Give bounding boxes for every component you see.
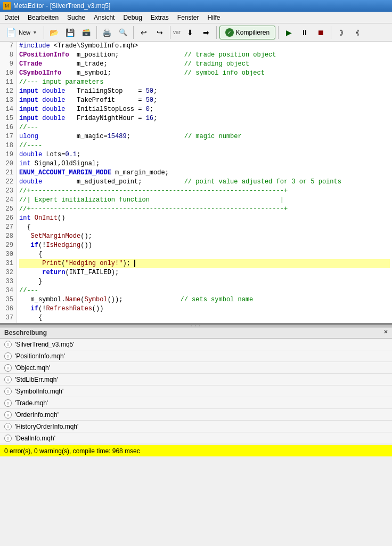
code-line-32: return(INIT_FAILED); bbox=[19, 268, 390, 277]
desc-text-1: 'SilverTrend_v3.mq5' bbox=[15, 341, 75, 348]
code-line-9: CTrade m_trade; // trading object bbox=[19, 60, 390, 69]
desc-text-9: 'DealInfo.mqh' bbox=[15, 435, 55, 442]
stop-button[interactable]: ⏹ bbox=[313, 25, 328, 40]
code-line-33: } bbox=[19, 277, 390, 286]
status-text: 0 error(s), 0 warning(s), compile time: … bbox=[4, 447, 140, 455]
desc-row-9[interactable]: ○ 'DealInfo.mqh' bbox=[0, 432, 392, 444]
desc-text-5: 'SymbolInfo.mqh' bbox=[15, 388, 63, 395]
desc-text-8: 'HistoryOrderInfo.mqh' bbox=[15, 423, 78, 430]
code-line-15: input double FridayNightHour = 16; bbox=[19, 114, 390, 123]
find-icon: 🔍 bbox=[119, 28, 127, 36]
desc-icon-7: ○ bbox=[4, 411, 12, 419]
step-over-button[interactable]: ➡ bbox=[199, 25, 214, 40]
code-line-10: CSymbolInfo m_symbol; // symbol info obj… bbox=[19, 69, 390, 78]
sep-5 bbox=[216, 26, 217, 39]
bottom-panel-header: Beschreibung ✕ bbox=[0, 327, 392, 339]
undo-button[interactable]: ↩ bbox=[136, 25, 151, 40]
menu-datei[interactable]: Datei bbox=[0, 12, 23, 23]
redo-button[interactable]: ↪ bbox=[152, 25, 167, 40]
menu-debug[interactable]: Debug bbox=[119, 12, 146, 23]
desc-row-3[interactable]: ○ 'Object.mqh' bbox=[0, 362, 392, 374]
sep-3 bbox=[133, 26, 134, 39]
debug-btn-2[interactable]: ⟪ bbox=[350, 25, 365, 40]
new-icon: 📄 bbox=[6, 27, 17, 37]
code-line-13: input double TakeProfit = 50; bbox=[19, 96, 390, 105]
menu-extras[interactable]: Extras bbox=[146, 12, 173, 23]
code-line-7: #include <Trade\SymbolInfo.mqh> bbox=[19, 42, 390, 51]
kompilieren-icon: ✓ bbox=[225, 28, 234, 37]
print-button[interactable]: 🖨️ bbox=[100, 25, 115, 40]
bottom-panel: Beschreibung ✕ ○ 'SilverTrend_v3.mq5' ○ … bbox=[0, 327, 392, 445]
code-line-26: int OnInit() bbox=[19, 214, 390, 223]
desc-icon-6: ○ bbox=[4, 399, 12, 407]
status-bar: 0 error(s), 0 warning(s), compile time: … bbox=[0, 445, 392, 456]
menu-fenster[interactable]: Fenster bbox=[173, 12, 203, 23]
sep-4 bbox=[170, 26, 170, 39]
sep-2 bbox=[96, 26, 97, 39]
find-button[interactable]: 🔍 bbox=[116, 25, 130, 40]
desc-icon-1: ○ bbox=[4, 341, 12, 348]
close-panel-button[interactable]: ✕ bbox=[383, 329, 388, 335]
window-title: MetaEditor - [SilverTrend_v3.mq5] bbox=[13, 2, 110, 10]
sep-1 bbox=[44, 26, 44, 39]
code-line-17: ulong m_magic=15489; // magic number bbox=[19, 132, 390, 141]
line-numbers: 7 8 9 10 11 12 13 14 15 16 17 18 19 20 2… bbox=[0, 42, 17, 323]
code-line-8: CPositionInfo m_position; // trade posit… bbox=[19, 51, 390, 60]
bottom-panel-title: Beschreibung bbox=[4, 329, 47, 336]
app-icon: M bbox=[3, 2, 11, 10]
desc-row-1[interactable]: ○ 'SilverTrend_v3.mq5' bbox=[0, 339, 392, 350]
save-all-button[interactable]: 🗃️ bbox=[79, 25, 94, 40]
menu-hilfe[interactable]: Hilfe bbox=[203, 12, 225, 23]
editor-area[interactable]: 7 8 9 10 11 12 13 14 15 16 17 18 19 20 2… bbox=[0, 42, 392, 324]
menu-bearbeiten[interactable]: Bearbeiten bbox=[23, 12, 63, 23]
desc-row-4[interactable]: ○ 'StdLibErr.mqh' bbox=[0, 374, 392, 386]
menu-bar: Datei Bearbeiten Suche Ansicht Debug Ext… bbox=[0, 12, 392, 23]
desc-text-6: 'Trade.mqh' bbox=[15, 399, 48, 407]
desc-icon-9: ○ bbox=[4, 435, 12, 442]
pause-button[interactable]: ⏸ bbox=[297, 25, 312, 40]
code-content[interactable]: #include <Trade\SymbolInfo.mqh> CPositio… bbox=[17, 42, 392, 323]
step-in-button[interactable]: ⬇ bbox=[183, 25, 198, 40]
desc-icon-5: ○ bbox=[4, 388, 12, 395]
desc-row-8[interactable]: ○ 'HistoryOrderInfo.mqh' bbox=[0, 421, 392, 432]
new-button[interactable]: 📄 New ▼ bbox=[2, 25, 41, 40]
code-line-16: //--- bbox=[19, 123, 390, 132]
code-line-37: { bbox=[19, 314, 390, 323]
new-dropdown-icon: ▼ bbox=[32, 30, 37, 35]
title-bar: M MetaEditor - [SilverTrend_v3.mq5] bbox=[0, 0, 392, 12]
code-line-27: { bbox=[19, 223, 390, 232]
desc-row-6[interactable]: ○ 'Trade.mqh' bbox=[0, 397, 392, 409]
desc-text-3: 'Object.mqh' bbox=[15, 364, 50, 372]
menu-suche[interactable]: Suche bbox=[63, 12, 89, 23]
save-button[interactable]: 💾 bbox=[63, 25, 78, 40]
code-line-21: ENUM_ACCOUNT_MARGIN_MODE m_margin_mode; bbox=[19, 168, 390, 178]
code-line-14: input double InitialStopLoss = 0; bbox=[19, 105, 390, 114]
code-line-19: double Lots=0.1; bbox=[19, 150, 390, 159]
save-icon: 💾 bbox=[66, 28, 75, 37]
code-line-35: m_symbol.Name(Symbol()); // sets symbol … bbox=[19, 295, 390, 304]
kompilieren-label: Kompilieren bbox=[236, 29, 270, 36]
sep-7 bbox=[331, 26, 331, 39]
desc-row-2[interactable]: ○ 'PositionInfo.mqh' bbox=[0, 350, 392, 362]
kompilieren-button[interactable]: ✓ Kompilieren bbox=[219, 26, 275, 39]
code-line-36: if(!RefreshRates()) bbox=[19, 304, 390, 314]
desc-icon-2: ○ bbox=[4, 352, 12, 360]
open-icon: 📂 bbox=[50, 28, 59, 37]
code-line-24: //| Expert initialization function | bbox=[19, 196, 390, 205]
debug-btn-1[interactable]: ⟫ bbox=[334, 25, 349, 40]
code-line-29: if(!IsHedging()) bbox=[19, 241, 390, 250]
play-button[interactable]: ▶ bbox=[281, 25, 296, 40]
new-label: New bbox=[19, 29, 30, 36]
sep-6 bbox=[278, 26, 279, 39]
code-container: 7 8 9 10 11 12 13 14 15 16 17 18 19 20 2… bbox=[0, 42, 392, 323]
menu-ansicht[interactable]: Ansicht bbox=[89, 12, 119, 23]
desc-row-7[interactable]: ○ 'OrderInfo.mqh' bbox=[0, 409, 392, 421]
open-button[interactable]: 📂 bbox=[47, 25, 62, 40]
toolbar: 📄 New ▼ 📂 💾 🗃️ 🖨️ 🔍 ↩ ↪ var ⬇ ➡ ✓ Kompil… bbox=[0, 23, 392, 42]
code-line-22: double m_adjusted_point; // point value … bbox=[19, 178, 390, 187]
code-line-30: { bbox=[19, 250, 390, 259]
save-all-icon: 🗃️ bbox=[82, 28, 91, 36]
desc-row-5[interactable]: ○ 'SymbolInfo.mqh' bbox=[0, 386, 392, 397]
desc-icon-4: ○ bbox=[4, 376, 12, 383]
desc-text-2: 'PositionInfo.mqh' bbox=[15, 352, 65, 360]
